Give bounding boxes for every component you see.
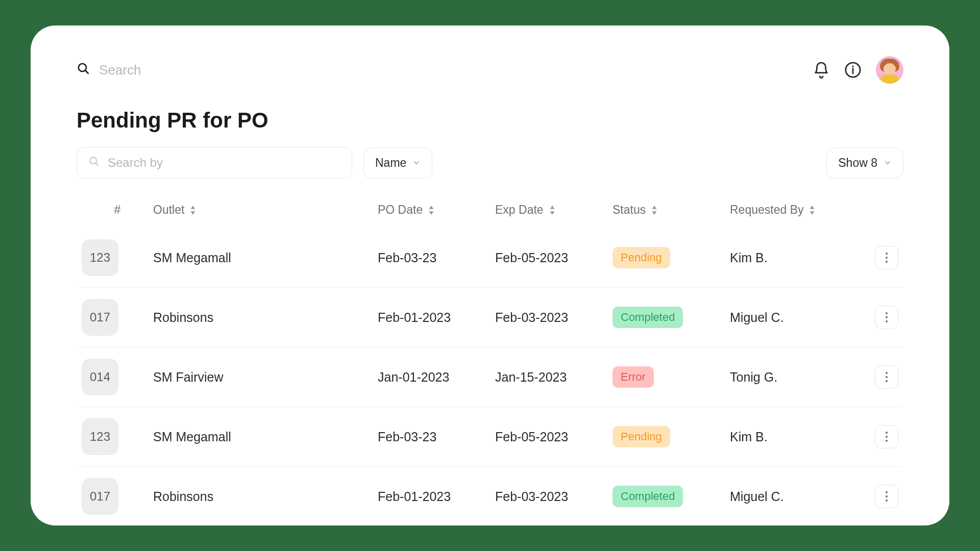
col-outlet-label: Outlet [153,203,184,217]
table-row[interactable]: 123SM MegamallFeb-03-23Feb-05-2023Pendin… [77,407,903,467]
col-requested-by[interactable]: Requested By [730,203,863,217]
cell-po-date: Feb-01-2023 [378,310,495,325]
svg-line-1 [85,70,88,73]
cell-po-date: Feb-03-23 [378,251,495,265]
cell-exp-date: Feb-05-2023 [495,251,612,265]
filters-row: Name Show 8 [77,147,903,179]
status-badge: Pending [612,426,670,447]
cell-po-date: Feb-03-23 [378,430,495,444]
bell-icon[interactable] [813,61,830,79]
row-number-badge: 014 [82,359,118,395]
searchby-input[interactable] [108,156,340,170]
svg-marker-9 [429,206,434,209]
svg-marker-15 [810,206,815,209]
svg-marker-14 [652,211,657,215]
svg-point-28 [886,440,888,442]
kebab-icon [885,491,888,502]
cell-outlet: SM Megamall [153,251,378,265]
global-search [77,62,303,79]
svg-marker-16 [810,211,815,215]
kebab-icon [885,252,888,263]
sort-icon [549,206,556,215]
svg-point-23 [886,372,888,374]
show-select[interactable]: Show 8 [826,147,903,179]
topbar-right [813,56,903,84]
sort-icon [808,206,816,215]
cell-outlet: Robinsons [153,489,378,504]
status-badge: Pending [612,247,670,268]
svg-point-24 [886,376,888,378]
chevron-down-icon [884,156,892,170]
table-row[interactable]: 014SM FairviewJan-01-2023Jan-15-2023Erro… [77,347,903,407]
row-number-badge: 017 [82,478,118,515]
cell-requested-by: Miguel C. [730,489,863,504]
search-icon [88,156,100,170]
cell-requested-by: Miguel C. [730,310,863,325]
cell-requested-by: Kim B. [730,430,863,444]
row-number-badge: 017 [82,299,118,336]
table-body: 123SM MegamallFeb-03-23Feb-05-2023Pendin… [77,228,903,525]
sort-icon [651,206,658,215]
chevron-down-icon [412,156,421,170]
col-exp-date[interactable]: Exp Date [495,203,612,217]
svg-marker-8 [191,211,195,215]
cell-exp-date: Feb-03-2023 [495,489,612,504]
cell-exp-date: Jan-15-2023 [495,370,612,385]
svg-point-25 [886,380,888,382]
col-po-date[interactable]: PO Date [378,203,495,217]
cell-outlet: Robinsons [153,310,378,325]
col-status[interactable]: Status [612,203,730,217]
status-badge: Completed [612,486,683,507]
row-actions-button[interactable] [875,365,898,389]
row-actions-button[interactable] [875,246,898,269]
cell-outlet: SM Fairview [153,370,378,385]
svg-point-27 [886,436,888,438]
svg-marker-12 [550,211,554,215]
row-actions-button[interactable] [875,425,898,448]
svg-point-22 [886,320,888,322]
svg-marker-11 [550,206,554,209]
svg-marker-7 [191,206,195,209]
svg-point-31 [886,499,888,502]
sort-select[interactable]: Name [363,147,432,179]
table-row[interactable]: 017RobinsonsFeb-01-2023Feb-03-2023Comple… [77,467,903,525]
col-exp-date-label: Exp Date [495,203,544,217]
svg-point-4 [852,65,853,67]
global-search-input[interactable] [99,62,303,78]
cell-requested-by: Tonig G. [730,370,863,385]
svg-point-26 [886,432,888,434]
kebab-icon [885,431,888,442]
svg-marker-13 [652,206,657,209]
svg-marker-10 [429,211,434,215]
kebab-icon [885,312,888,323]
kebab-icon [885,371,888,383]
row-actions-button[interactable] [875,306,898,329]
svg-point-17 [886,253,888,255]
col-status-label: Status [612,203,646,217]
main-card: Pending PR for PO Name Show 8 [31,26,949,525]
row-number-badge: 123 [82,239,118,276]
page-title: Pending PR for PO [77,108,903,133]
searchby [77,147,352,179]
status-badge: Error [612,366,654,388]
svg-point-18 [886,257,888,259]
info-icon[interactable] [844,61,862,79]
svg-point-29 [886,491,888,493]
cell-outlet: SM Megamall [153,430,378,444]
cell-po-date: Feb-01-2023 [378,489,495,504]
row-number-badge: 123 [82,418,118,455]
table-row[interactable]: 123SM MegamallFeb-03-23Feb-05-2023Pendin… [77,228,903,288]
show-select-label: Show 8 [838,156,877,170]
sort-icon [428,206,435,215]
row-actions-button[interactable] [875,485,898,508]
svg-point-20 [886,312,888,314]
svg-point-21 [886,316,888,318]
avatar[interactable] [876,56,903,84]
svg-point-19 [886,261,888,263]
cell-po-date: Jan-01-2023 [378,370,495,385]
col-po-date-label: PO Date [378,203,423,217]
col-num: # [82,203,153,217]
col-outlet[interactable]: Outlet [153,203,378,217]
col-requested-by-label: Requested By [730,203,803,217]
table-row[interactable]: 017RobinsonsFeb-01-2023Feb-03-2023Comple… [77,288,903,347]
